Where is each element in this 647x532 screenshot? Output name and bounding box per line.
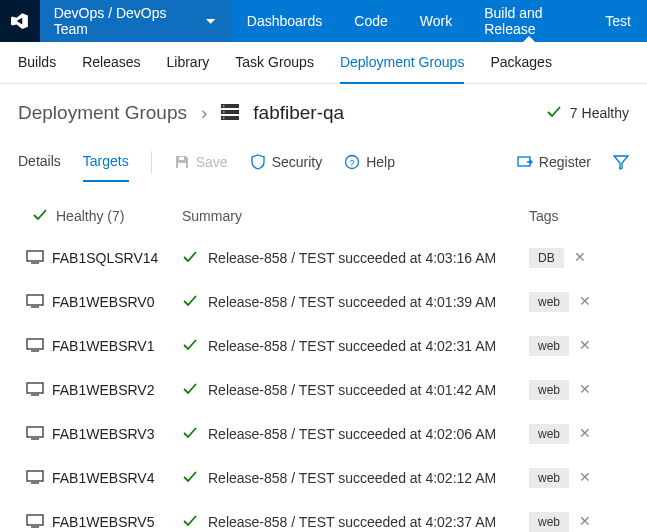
- machine-icon: [26, 382, 44, 399]
- health-summary: 7 Healthy: [546, 104, 629, 123]
- health-text: 7 Healthy: [570, 105, 629, 121]
- check-icon: [182, 513, 198, 532]
- target-row[interactable]: FAB1WEBSRV5Release-858 / TEST succeeded …: [0, 500, 647, 532]
- security-button[interactable]: Security: [250, 154, 323, 170]
- check-icon: [182, 337, 198, 356]
- target-row[interactable]: FAB1WEBSRV2Release-858 / TEST succeeded …: [0, 368, 647, 412]
- remove-tag-button[interactable]: ✕: [579, 337, 591, 353]
- save-icon: [174, 154, 190, 170]
- target-row[interactable]: FAB1WEBSRV0Release-858 / TEST succeeded …: [0, 280, 647, 324]
- project-selector[interactable]: DevOps / DevOps Team: [40, 0, 231, 42]
- svg-rect-13: [27, 427, 43, 437]
- check-icon: [182, 381, 198, 400]
- subnav-deployment-groups[interactable]: Deployment Groups: [340, 42, 465, 84]
- register-button[interactable]: Register: [517, 154, 591, 170]
- chevron-down-icon: [205, 15, 216, 27]
- col-summary-label: Summary: [178, 208, 529, 224]
- svg-rect-11: [27, 339, 43, 349]
- machine-icon: [26, 294, 44, 311]
- tag[interactable]: web: [529, 424, 569, 444]
- remove-tag-button[interactable]: ✕: [579, 293, 591, 309]
- check-icon: [182, 469, 198, 488]
- tab-details[interactable]: Details: [18, 142, 61, 182]
- tab-targets[interactable]: Targets: [83, 142, 129, 182]
- tag[interactable]: DB: [529, 248, 564, 268]
- remove-tag-button[interactable]: ✕: [574, 249, 586, 265]
- svg-rect-15: [27, 515, 43, 525]
- shield-icon: [250, 154, 266, 170]
- server-group-icon: [221, 104, 239, 123]
- top-nav-work[interactable]: Work: [404, 0, 468, 42]
- svg-rect-14: [27, 471, 43, 481]
- remove-tag-button[interactable]: ✕: [579, 469, 591, 485]
- summary-text: Release-858 / TEST succeeded at 4:01:39 …: [208, 294, 496, 310]
- machine-name: FAB1WEBSRV1: [52, 338, 154, 354]
- machine-name: FAB1WEBSRV2: [52, 382, 154, 398]
- breadcrumb-root[interactable]: Deployment Groups: [18, 102, 187, 124]
- svg-rect-4: [223, 111, 225, 112]
- target-row[interactable]: FAB1SQLSRV14Release-858 / TEST succeeded…: [0, 236, 647, 280]
- breadcrumb-current: fabfiber-qa: [253, 102, 344, 124]
- subnav-builds[interactable]: Builds: [18, 42, 56, 84]
- svg-rect-12: [27, 383, 43, 393]
- svg-rect-9: [27, 251, 43, 261]
- svg-rect-5: [223, 117, 225, 118]
- col-tags-label: Tags: [529, 208, 629, 224]
- filter-button[interactable]: [613, 154, 629, 170]
- remove-tag-button[interactable]: ✕: [579, 425, 591, 441]
- top-nav-code[interactable]: Code: [338, 0, 403, 42]
- target-row[interactable]: FAB1WEBSRV3Release-858 / TEST succeeded …: [0, 412, 647, 456]
- summary-text: Release-858 / TEST succeeded at 4:03:16 …: [208, 250, 496, 266]
- svg-rect-10: [27, 295, 43, 305]
- machine-name: FAB1WEBSRV3: [52, 426, 154, 442]
- chevron-right-icon: ›: [201, 102, 207, 124]
- tag[interactable]: web: [529, 512, 569, 532]
- table-header: Healthy (7) Summary Tags: [0, 196, 647, 236]
- register-icon: [517, 154, 533, 170]
- top-nav-test[interactable]: Test: [589, 0, 647, 42]
- machine-icon: [26, 338, 44, 355]
- check-icon: [546, 104, 562, 123]
- machine-icon: [26, 470, 44, 487]
- svg-text:?: ?: [350, 158, 355, 168]
- target-row[interactable]: FAB1WEBSRV1Release-858 / TEST succeeded …: [0, 324, 647, 368]
- check-icon: [32, 207, 48, 226]
- machine-icon: [26, 250, 44, 267]
- subnav-releases[interactable]: Releases: [82, 42, 140, 84]
- subnav-packages[interactable]: Packages: [490, 42, 551, 84]
- check-icon: [182, 425, 198, 444]
- col-health-label: Healthy (7): [56, 208, 124, 224]
- project-name: DevOps / DevOps Team: [54, 5, 196, 37]
- filter-icon: [613, 154, 629, 170]
- machine-name: FAB1WEBSRV5: [52, 514, 154, 530]
- remove-tag-button[interactable]: ✕: [579, 381, 591, 397]
- subnav-task-groups[interactable]: Task Groups: [235, 42, 314, 84]
- top-nav-dashboards[interactable]: Dashboards: [231, 0, 339, 42]
- summary-text: Release-858 / TEST succeeded at 4:02:37 …: [208, 514, 496, 530]
- tag[interactable]: web: [529, 292, 569, 312]
- tag[interactable]: web: [529, 336, 569, 356]
- help-icon: ?: [344, 154, 360, 170]
- summary-text: Release-858 / TEST succeeded at 4:01:42 …: [208, 382, 496, 398]
- machine-name: FAB1SQLSRV14: [52, 250, 158, 266]
- summary-text: Release-858 / TEST succeeded at 4:02:31 …: [208, 338, 496, 354]
- help-button[interactable]: ? Help: [344, 154, 395, 170]
- summary-text: Release-858 / TEST succeeded at 4:02:12 …: [208, 470, 496, 486]
- machine-name: FAB1WEBSRV0: [52, 294, 154, 310]
- machine-icon: [26, 426, 44, 443]
- machine-icon: [26, 514, 44, 531]
- subnav-library[interactable]: Library: [167, 42, 210, 84]
- summary-text: Release-858 / TEST succeeded at 4:02:06 …: [208, 426, 496, 442]
- check-icon: [182, 293, 198, 312]
- divider: [151, 151, 152, 173]
- target-row[interactable]: FAB1WEBSRV4Release-858 / TEST succeeded …: [0, 456, 647, 500]
- product-logo[interactable]: [0, 0, 40, 42]
- tag[interactable]: web: [529, 468, 569, 488]
- machine-name: FAB1WEBSRV4: [52, 470, 154, 486]
- save-button: Save: [174, 154, 228, 170]
- top-nav-build-and-release[interactable]: Build and Release: [468, 0, 589, 42]
- tag[interactable]: web: [529, 380, 569, 400]
- svg-rect-3: [223, 105, 225, 106]
- check-icon: [182, 249, 198, 268]
- remove-tag-button[interactable]: ✕: [579, 513, 591, 529]
